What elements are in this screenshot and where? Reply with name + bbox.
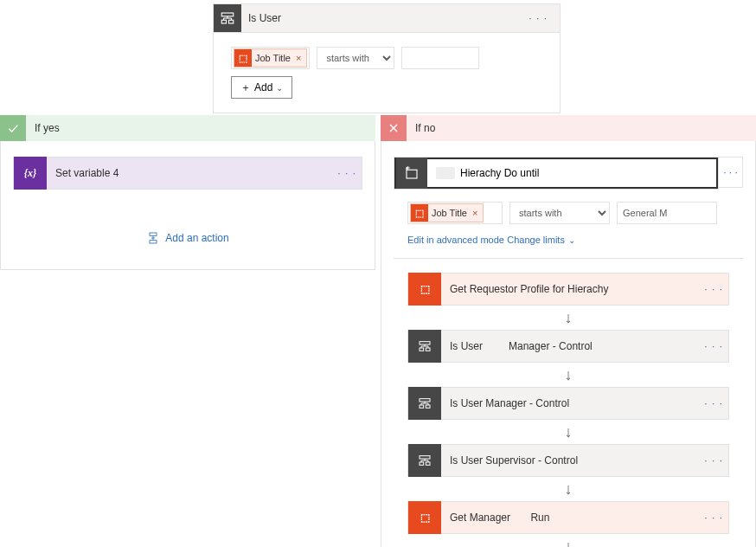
branch-yes: If yes {x} Set variable 4 · · · Add an a…	[0, 115, 375, 547]
token-label: Job Title	[432, 208, 467, 218]
office-icon: ⬚	[411, 204, 428, 222]
more-menu[interactable]: · · ·	[699, 283, 728, 295]
add-action-link[interactable]: Add an action	[13, 231, 362, 245]
add-condition-button[interactable]: ＋ Add ⌄	[231, 76, 292, 99]
condition-title: Is User	[241, 12, 523, 24]
check-icon	[0, 115, 26, 141]
change-limits-link[interactable]: Change limits ⌄	[507, 235, 575, 245]
step-label: Is User Supervisor - Control	[441, 454, 699, 467]
condition-left-operand[interactable]: ⬚ Job Title ×	[231, 47, 310, 69]
chevron-down-icon: ⌄	[276, 83, 283, 93]
token-remove[interactable]: ×	[472, 208, 477, 218]
flow-arrow: ↓	[407, 423, 729, 441]
more-menu[interactable]: · · ·	[332, 167, 362, 179]
office-icon: ⬚	[408, 501, 441, 534]
loop-icon	[396, 158, 427, 189]
loop-step[interactable]: Is User Supervisor - Control· · ·	[407, 444, 729, 477]
action-set-variable-4[interactable]: {x} Set variable 4 · · ·	[13, 157, 362, 190]
step-label: Is User Manager - Control	[441, 397, 699, 409]
loop-steps: ⬚Get Requestor Profile for Hierachy· · ·…	[407, 273, 729, 547]
condition-icon	[408, 330, 441, 363]
edit-advanced-link[interactable]: Edit in advanced mode	[407, 235, 504, 245]
action-label: Set variable 4	[47, 167, 332, 179]
condition-operator[interactable]: starts with	[317, 47, 394, 69]
branch-no-body: Hierachy Do until · · · ⬚ Job Title ×	[381, 141, 756, 547]
more-menu[interactable]: · · ·	[699, 454, 728, 467]
more-menu[interactable]: · · ·	[523, 12, 553, 24]
do-until-card: Hierachy Do until	[394, 157, 719, 190]
chevron-down-icon: ⌄	[568, 235, 575, 245]
step-label: Is User Manager - Control	[441, 340, 699, 352]
x-icon	[381, 115, 407, 141]
token-label: Job Title	[255, 53, 291, 63]
more-menu[interactable]: · · ·	[719, 157, 743, 188]
step-label: Get Manager Run	[441, 512, 699, 524]
variable-icon: {x}	[14, 157, 47, 190]
more-menu[interactable]: · · ·	[699, 340, 728, 352]
flow-arrow: ↓	[407, 537, 729, 547]
branch-no-label: If no	[415, 122, 435, 134]
flow-arrow: ↓	[407, 366, 729, 383]
loop-condition-row: ⬚ Job Title × starts with	[407, 202, 729, 224]
loop-value[interactable]	[617, 202, 717, 224]
condition-row: ⬚ Job Title × starts with	[231, 47, 542, 69]
condition-body: ⬚ Job Title × starts with ＋ Add ⌄	[214, 32, 560, 113]
condition-header[interactable]: Is User · · ·	[214, 4, 560, 32]
flow-arrow: ↓	[407, 309, 729, 326]
loop-step[interactable]: Is User Manager - Control· · ·	[407, 330, 729, 363]
loop-step[interactable]: ⬚Get Manager Run· · ·	[407, 501, 729, 534]
condition-branches: If yes {x} Set variable 4 · · · Add an a…	[0, 115, 756, 547]
flow-arrow: ↓	[407, 480, 729, 498]
more-menu[interactable]: · · ·	[699, 512, 728, 524]
branch-no-header: If no	[381, 115, 756, 141]
condition-card-top: Is User · · · ⬚ Job Title × starts with …	[213, 3, 561, 113]
office-icon: ⬚	[234, 49, 252, 67]
do-until-title: Hierachy Do until	[460, 167, 539, 179]
branch-no: If no Hierachy Do until · · ·	[381, 115, 756, 547]
branch-yes-label: If yes	[35, 122, 60, 134]
office-icon: ⬚	[408, 273, 441, 306]
dynamic-token-jobtitle[interactable]: ⬚ Job Title ×	[410, 203, 484, 222]
condition-icon	[408, 387, 441, 420]
plus-icon: ＋	[240, 80, 251, 95]
do-until-header[interactable]: Hierachy Do until	[394, 158, 718, 189]
loop-step[interactable]: Is User Manager - Control· · ·	[407, 387, 729, 420]
loop-step[interactable]: ⬚Get Requestor Profile for Hierachy· · ·	[407, 273, 729, 306]
do-until-title-wrap: Hierachy Do until	[427, 167, 716, 179]
redacted-icon	[436, 167, 455, 179]
loop-left-operand[interactable]: ⬚ Job Title ×	[407, 202, 503, 224]
condition-value[interactable]	[401, 47, 479, 69]
do-until-body: ⬚ Job Title × starts with Edit in advanc…	[394, 190, 743, 547]
branch-yes-body: {x} Set variable 4 · · · Add an action	[0, 141, 375, 270]
loop-wrapper: Hierachy Do until · · ·	[394, 157, 743, 190]
step-label: Get Requestor Profile for Hierachy	[441, 283, 699, 295]
condition-icon	[408, 444, 441, 477]
more-menu[interactable]: · · ·	[699, 397, 728, 409]
branch-yes-header: If yes	[0, 115, 375, 141]
token-remove[interactable]: ×	[296, 53, 301, 63]
dynamic-token-jobtitle[interactable]: ⬚ Job Title ×	[234, 48, 307, 68]
loop-operator[interactable]: starts with	[509, 202, 610, 224]
condition-icon	[214, 4, 241, 32]
